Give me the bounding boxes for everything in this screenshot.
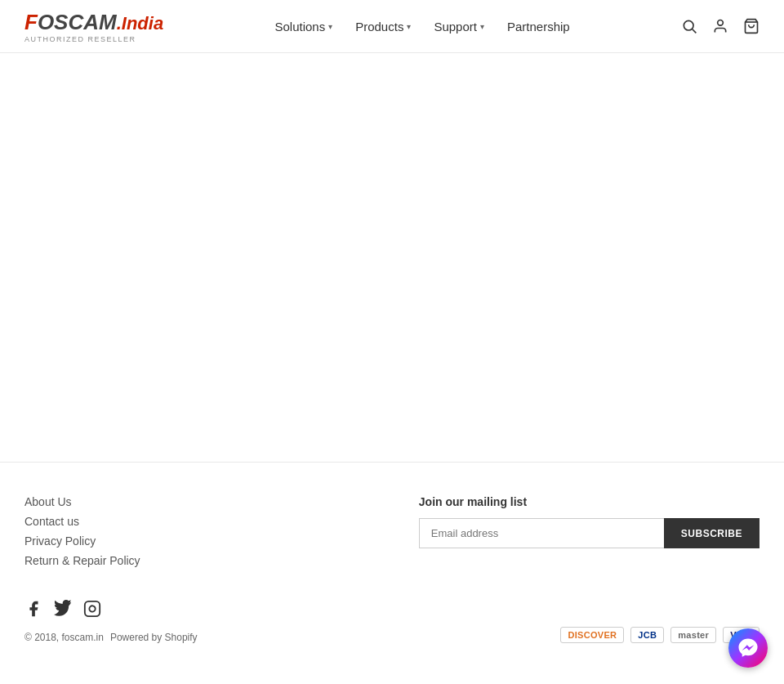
privacy-policy-link[interactable]: Privacy Policy — [24, 534, 140, 548]
footer-left: About Us Contact us Privacy Policy Retur… — [24, 495, 140, 567]
powered-by: Powered by Shopify — [110, 632, 198, 643]
mailing-form: SUBSCRIBE — [419, 518, 760, 548]
footer-legal: © 2018, foscam.in Powered by Shopify — [24, 632, 198, 643]
messenger-bubble[interactable] — [728, 628, 768, 668]
site-header: F OSCAM .India Authorized Reseller Solut… — [0, 0, 784, 53]
footer-right: Join our mailing list SUBSCRIBE — [419, 495, 760, 567]
email-input[interactable] — [419, 518, 664, 548]
cart-icon — [743, 18, 760, 34]
svg-point-0 — [684, 20, 693, 30]
logo-oscam-letters: OSCAM — [38, 10, 117, 35]
products-chevron-icon: ▾ — [407, 22, 411, 31]
header-actions — [681, 18, 760, 34]
nav-solutions[interactable]: Solutions ▾ — [274, 20, 332, 34]
footer-content: About Us Contact us Privacy Policy Retur… — [24, 495, 760, 567]
discover-payment-icon: DISCOVER — [560, 627, 624, 643]
main-content — [0, 53, 784, 462]
shopify-link[interactable]: Powered by Shopify — [110, 632, 198, 643]
support-chevron-icon: ▾ — [480, 22, 484, 31]
footer-bottom-left: © 2018, foscam.in Powered by Shopify — [24, 600, 198, 643]
site-logo[interactable]: F OSCAM .India Authorized Reseller — [24, 10, 163, 43]
login-button[interactable] — [712, 18, 728, 34]
facebook-icon[interactable] — [24, 600, 42, 622]
contact-us-link[interactable]: Contact us — [24, 515, 140, 528]
solutions-chevron-icon: ▾ — [328, 22, 332, 31]
svg-rect-4 — [85, 601, 100, 616]
site-footer: About Us Contact us Privacy Policy Retur… — [0, 462, 784, 659]
cart-button[interactable] — [743, 18, 760, 34]
subscribe-button[interactable]: SUBSCRIBE — [664, 518, 760, 548]
logo-dot-india: .India — [117, 13, 163, 34]
mailing-list-title: Join our mailing list — [419, 495, 760, 508]
social-icons — [24, 600, 198, 622]
svg-line-1 — [693, 29, 697, 34]
messenger-icon — [737, 637, 759, 659]
return-repair-link[interactable]: Return & Repair Policy — [24, 554, 140, 567]
nav-support[interactable]: Support ▾ — [434, 20, 484, 34]
user-icon — [712, 18, 728, 34]
svg-point-2 — [718, 20, 724, 26]
main-nav: Solutions ▾ Products ▾ Support ▾ Partner… — [274, 20, 569, 34]
instagram-icon[interactable] — [83, 600, 101, 622]
about-us-link[interactable]: About Us — [24, 495, 140, 508]
nav-products[interactable]: Products ▾ — [355, 20, 411, 34]
search-icon — [681, 18, 697, 34]
copyright-text: © 2018, foscam.in — [24, 632, 104, 643]
search-button[interactable] — [681, 18, 697, 34]
footer-links: About Us Contact us Privacy Policy Retur… — [24, 495, 140, 567]
nav-partnership[interactable]: Partnership — [507, 20, 570, 34]
twitter-icon[interactable] — [54, 600, 72, 622]
logo-f-letter: F — [24, 10, 38, 35]
mastercard-payment-icon: master — [670, 627, 716, 643]
jcb-payment-icon: JCB — [630, 627, 664, 643]
footer-bottom: © 2018, foscam.in Powered by Shopify DIS… — [24, 600, 760, 643]
logo-subtitle: Authorized Reseller — [24, 35, 163, 43]
